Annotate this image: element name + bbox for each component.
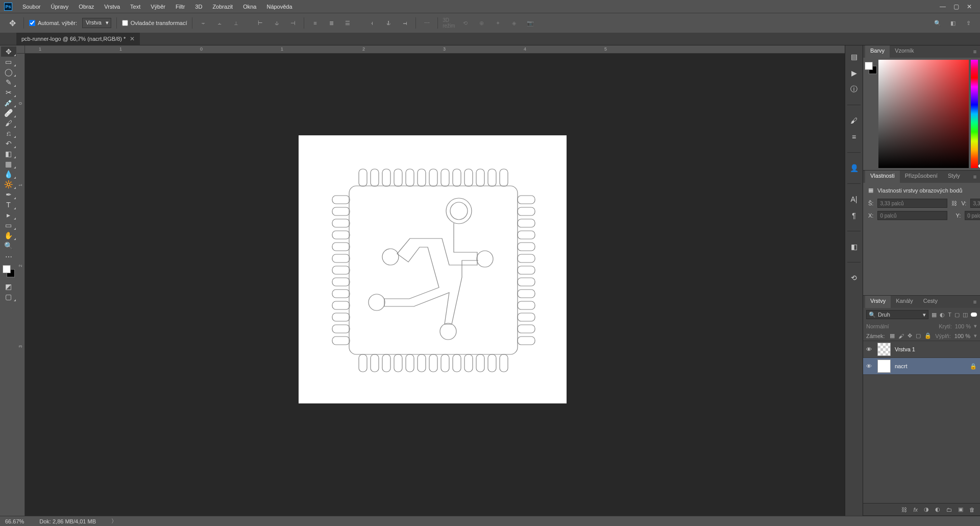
eraser-tool[interactable]: ◧ [1,149,16,159]
clone-source-icon[interactable]: 👤 [849,163,859,173]
tab-layers[interactable]: Vrstvy [865,296,891,308]
layer-thumbnail[interactable] [877,343,891,356]
eyedropper-tool[interactable]: 💉 [1,98,16,108]
layer-thumbnail[interactable] [877,360,891,373]
libraries-panel-icon[interactable]: ⟲ [849,273,859,283]
menu-text[interactable]: Text [125,2,145,12]
filter-shape-icon[interactable]: ▢ [954,312,960,318]
auto-select-checkbox[interactable]: Automat. výběr: [29,20,77,26]
actions-panel-icon[interactable]: ▶ [849,68,859,78]
filter-pixel-icon[interactable]: ▦ [932,312,937,318]
layer-filter-select[interactable]: 🔍 Druh▾ [866,310,928,319]
distribute-left-icon[interactable]: ⫞ [366,17,378,29]
pen-tool[interactable]: ✒ [1,189,16,200]
link-wh-icon[interactable]: ⛓ [951,200,957,206]
hand-tool[interactable]: ✋ [1,230,16,241]
blur-tool[interactable]: 💧 [1,169,16,179]
window-maximize[interactable]: ▢ [949,2,963,12]
lock-position-icon[interactable]: ✥ [908,332,912,339]
ruler-horizontal[interactable]: 1 1 0 1 2 3 4 5 [25,45,845,54]
lasso-tool[interactable]: ◯ [1,67,16,77]
tab-channels[interactable]: Kanály [891,296,918,308]
edit-toolbar[interactable]: ⋯ [1,252,16,262]
transform-controls-checkbox[interactable]: Ovladače transformací [122,20,187,26]
tab-adjustments[interactable]: Přizpůsobení [900,171,943,183]
blend-mode-select[interactable]: Normální [866,323,936,329]
history-brush-tool[interactable]: ↶ [1,138,16,149]
paragraph-panel-icon[interactable]: ¶ [849,210,859,221]
fill-value[interactable]: 100 % [954,333,970,339]
close-tab-icon[interactable]: ✕ [130,35,135,42]
properties-panel-menu[interactable]: ≡ [970,171,980,183]
align-top-icon[interactable]: ⫟ [198,17,209,29]
color-panel-menu[interactable]: ≡ [970,45,980,58]
menu-vrstva[interactable]: Vrstva [99,2,125,12]
link-layers-icon[interactable]: ⛓ [901,507,907,513]
stamp-tool[interactable]: ⎌ [1,128,16,138]
crop-tool[interactable]: ✂ [1,87,16,98]
zoom-tool[interactable]: 🔍 [1,241,16,251]
zoom-level[interactable]: 66.67% [5,518,24,524]
filter-adjust-icon[interactable]: ◐ [940,312,945,318]
menu-3d[interactable]: 3D [190,2,207,12]
filter-toggle[interactable] [971,313,977,317]
search-icon[interactable]: 🔍 [932,17,943,29]
lock-pixels-icon[interactable]: 🖌 [898,333,904,339]
align-bottom-icon[interactable]: ⟂ [230,17,241,29]
layers-panel-menu[interactable]: ≡ [970,296,980,308]
layer-mask-icon[interactable]: ◑ [924,506,929,513]
window-close[interactable]: ✕ [963,2,976,12]
shape-tool[interactable]: ▭ [1,220,16,230]
align-hcenter-icon[interactable]: ⫝ [271,17,282,29]
quick-select-tool[interactable]: ✎ [1,77,16,87]
align-right-icon[interactable]: ⊣ [287,17,299,29]
new-layer-icon[interactable]: ▣ [958,506,963,513]
menu-úpravy[interactable]: Úpravy [45,2,74,12]
history-panel-icon[interactable]: ▤ [849,52,859,62]
lock-transparency-icon[interactable]: ▦ [890,332,895,339]
share-icon[interactable]: ⇪ [963,17,974,29]
tab-color[interactable]: Barvy [865,45,890,58]
align-vcenter-icon[interactable]: ⫠ [214,17,225,29]
lock-artboard-icon[interactable]: ▢ [916,332,921,339]
y-input[interactable] [965,211,980,220]
workspace-icon[interactable]: ◧ [947,17,959,29]
menu-obraz[interactable]: Obraz [74,2,99,12]
x-input[interactable] [877,211,947,220]
menu-soubor[interactable]: Soubor [17,2,45,12]
doc-info[interactable]: Dok: 2,86 MB/4,01 MB [39,518,96,524]
opacity-value[interactable]: 100 % [955,323,971,329]
path-select-tool[interactable]: ▸ [1,210,16,220]
distribute-vcenter-icon[interactable]: ≣ [326,17,337,29]
auto-select-scope[interactable]: Vrstva▾ [82,18,111,28]
gradient-tool[interactable]: ▦ [1,159,16,169]
brush-panel-icon[interactable]: 🖌 [849,115,859,126]
width-input[interactable] [877,199,947,208]
character-panel-icon[interactable]: A| [849,194,859,204]
move-tool[interactable]: ✥ [1,46,16,57]
heal-tool[interactable]: 🩹 [1,108,16,118]
menu-zobrazit[interactable]: Zobrazit [207,2,238,12]
document-tab[interactable]: pcb-runner-logo @ 66,7% (nacrt,RGB/8) * … [16,33,140,45]
type-tool[interactable]: T [1,200,16,210]
menu-okna[interactable]: Okna [238,2,261,12]
layer-row[interactable]: 👁nacrt🔒 [863,358,980,375]
artboard[interactable] [299,135,567,403]
window-minimize[interactable]: — [936,2,949,12]
distribute-bottom-icon[interactable]: ☰ [342,17,353,29]
marquee-tool[interactable]: ▭ [1,57,16,67]
dodge-tool[interactable]: 🔆 [1,179,16,189]
color-field[interactable] [878,60,969,168]
brush-presets-icon[interactable]: ≡ [849,132,859,142]
delete-layer-icon[interactable]: 🗑 [969,507,975,513]
menu-filtr[interactable]: Filtr [170,2,190,12]
distribute-top-icon[interactable]: ≡ [309,17,321,29]
lock-all-icon[interactable]: 🔒 [924,332,932,339]
tab-swatches[interactable]: Vzorník [890,45,919,58]
filter-type-icon[interactable]: T [948,312,951,318]
tab-styles[interactable]: Styly [943,171,965,183]
distribute-hcenter-icon[interactable]: ⫝̸ [383,17,394,29]
distribute-right-icon[interactable]: ⫤ [399,17,410,29]
foreground-background-colors[interactable] [2,264,16,278]
hue-slider[interactable] [971,60,978,168]
